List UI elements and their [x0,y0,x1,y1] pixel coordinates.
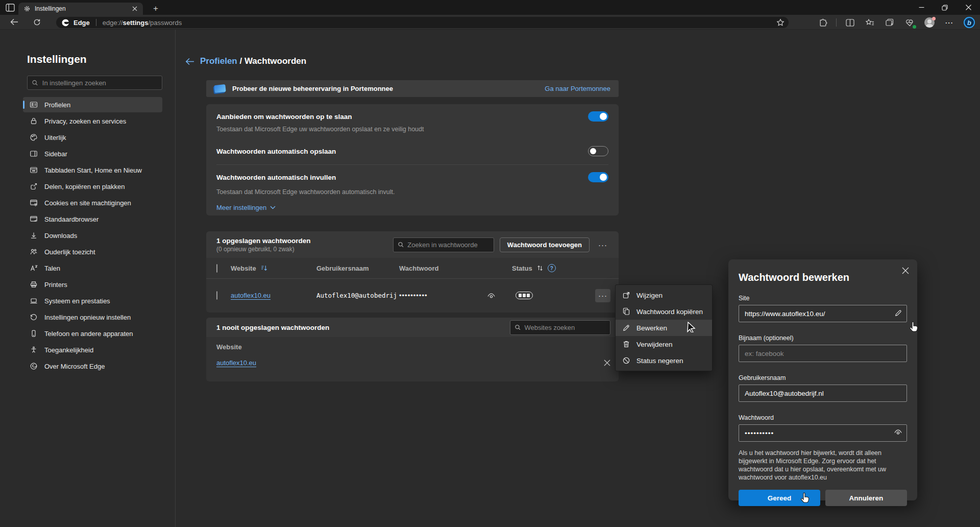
more-settings-link[interactable]: Meer instellingen [216,204,276,211]
saved-passwords-header: 1 opgeslagen wachtwoorden (0 opnieuw geb… [206,231,619,258]
sidebar-item-toegankelijkheid[interactable]: Toegankelijkheid [23,342,162,357]
browser-tab-instellingen[interactable]: Instellingen [18,3,143,15]
column-status[interactable]: Status [512,265,532,272]
column-username[interactable]: Gebruikersnaam [316,265,399,272]
address-bar[interactable]: Edge edge://settings/passwords [56,17,789,28]
sidebar-item-sidebar[interactable]: Sidebar [23,146,162,161]
pencil-icon [622,324,630,332]
breadcrumb-back-icon[interactable] [185,58,194,65]
auto-save-toggle[interactable] [588,146,608,156]
favorite-star-icon[interactable] [776,18,785,27]
saved-more-button[interactable]: ··· [595,238,610,251]
sidebar-item-uiterlijk[interactable]: Uiterlijk [23,130,162,145]
reveal-password-icon[interactable] [487,292,496,299]
column-website[interactable]: Website [231,265,256,272]
status-help-icon[interactable]: ? [548,264,556,272]
collections-icon[interactable] [883,16,896,29]
sidebar-search[interactable] [27,76,162,90]
site-info-badge[interactable]: Edge [61,18,90,27]
username-label: Gebruikersnaam [739,374,907,381]
site-label: Site [739,295,907,302]
minimize-button[interactable] [910,0,933,15]
sidebar-item-systeem[interactable]: Systeem en prestaties [23,293,162,308]
profile-avatar[interactable] [923,16,936,29]
auto-fill-toggle[interactable] [588,172,608,182]
split-screen-icon[interactable] [843,16,856,29]
search-icon [398,241,404,248]
sidebar-item-telefoon[interactable]: Telefoon en andere apparaten [23,326,162,341]
password-search-input[interactable] [407,241,489,249]
cancel-button[interactable]: Annuleren [825,490,907,506]
sidebar-item-tabbladen[interactable]: Tabbladen Start, Home en Nieuw [23,162,162,178]
offer-save-toggle[interactable] [588,111,608,122]
browser-essentials-icon[interactable] [903,16,916,29]
breadcrumb-parent-link[interactable]: Profielen [200,56,237,66]
sidebar-item-profielen[interactable]: Profielen [23,97,162,112]
banner-text: Probeer de nieuwe beheerervaring in Port… [232,85,393,92]
password-input[interactable] [739,424,907,442]
menu-item-wijzigen[interactable]: Wijzigen [616,287,712,303]
website-link[interactable]: autoflex10.eu [231,292,271,299]
tab-close-icon[interactable] [131,5,139,13]
page-title: Profielen / Wachtwoorden [200,56,306,66]
go-to-wallet-link[interactable]: Ga naar Portemonnee [545,85,610,92]
sidebar-item-privacy[interactable]: Privacy, zoeken en services [23,113,162,129]
never-saved-website-link[interactable]: autoflex10.eu [216,359,256,367]
dialog-close-icon[interactable] [902,267,909,274]
row-more-button[interactable]: ··· [595,289,610,302]
column-password[interactable]: Wachtwoord [399,265,439,272]
settings-more-icon[interactable]: ··· [943,16,956,29]
copilot-bing-icon[interactable]: b [963,16,976,29]
reveal-password-icon[interactable] [894,428,902,436]
back-button[interactable] [7,15,22,29]
lock-icon [30,117,38,125]
open-external-icon [622,291,630,299]
sidebar-item-printers[interactable]: Printers [23,277,162,292]
favorites-icon[interactable] [863,16,876,29]
sidebar-item-standaardbrowser[interactable]: Standaardbrowser [23,211,162,227]
nickname-input[interactable] [739,345,907,362]
sidebar-item-over-edge[interactable]: Over Microsoft Edge [23,358,162,374]
close-button[interactable] [957,0,980,15]
sort-descending-icon [260,265,268,272]
passwords-table-header: Website Gebruikersnaam Wachtwoord Status… [206,258,619,278]
websites-search[interactable] [510,320,610,335]
sidebar-item-reset[interactable]: Instellingen opnieuw instellen [23,309,162,325]
username-input[interactable] [739,385,907,402]
sidebar-item-cookies[interactable]: Cookies en site machtigingen [23,195,162,210]
new-tab-button[interactable]: + [150,4,161,14]
sidebar-item-downloads[interactable]: Downloads [23,228,162,243]
restore-button[interactable] [933,0,957,15]
window-menu-icon[interactable] [5,3,15,12]
offer-save-label: Aanbieden om wachtwoorden op te slaan [216,113,352,121]
tabs-icon [30,166,38,174]
sidebar-item-ouderlijk-toezicht[interactable]: Ouderlijk toezicht [23,244,162,259]
sidebar-item-talen[interactable]: Talen [23,260,162,276]
site-input[interactable] [739,305,907,322]
search-icon [32,79,38,86]
menu-item-verwijderen[interactable]: Verwijderen [616,336,712,352]
edge-logo-icon [61,18,70,27]
remove-entry-icon[interactable] [604,360,610,366]
sidebar-search-input[interactable] [42,79,158,87]
menu-item-status-negeren[interactable]: Status negeren [616,352,712,369]
sidebar-item-delen[interactable]: Delen, kopiëren en plakken [23,179,162,194]
websites-search-input[interactable] [524,324,606,331]
select-all-checkbox[interactable] [216,264,217,273]
refresh-button[interactable] [29,15,44,29]
done-button[interactable]: Gereed [739,490,820,506]
edge-about-icon [30,362,38,370]
address-divider [96,19,96,26]
password-label: Wachtwoord [739,414,907,421]
trash-icon [622,340,630,348]
menu-item-bewerken[interactable]: Bewerken [616,320,712,336]
share-icon [30,182,38,190]
add-password-button[interactable]: Wachtwoord toevoegen [500,237,590,252]
edit-site-pencil-icon[interactable] [894,309,902,317]
search-icon [514,324,521,331]
extensions-icon[interactable] [816,16,829,29]
dialog-note: Als u het wachtwoord hier bijwerkt, word… [739,449,907,482]
password-search[interactable] [393,237,494,252]
menu-item-wachtwoord-kopieren[interactable]: Wachtwoord kopiëren [616,303,712,320]
row-checkbox[interactable] [216,291,217,300]
